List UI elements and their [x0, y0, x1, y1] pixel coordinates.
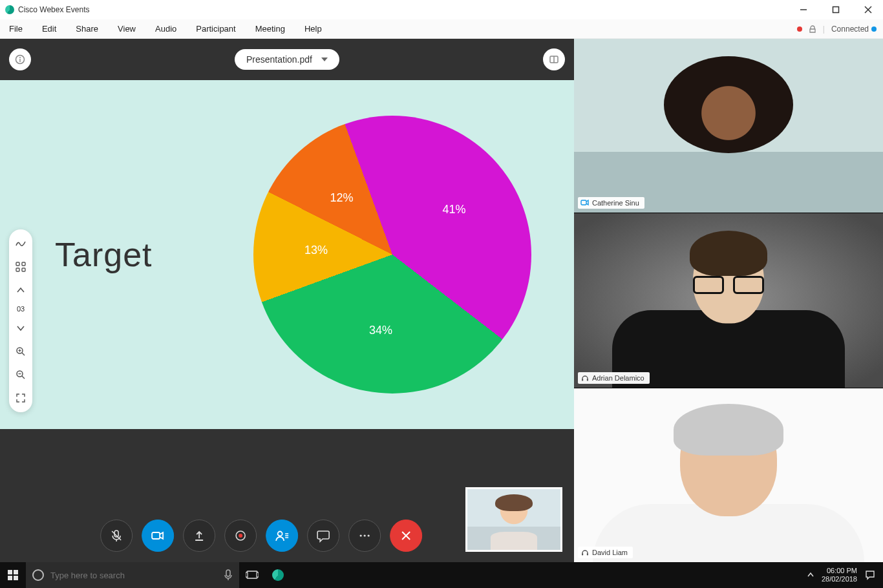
- start-button[interactable]: [0, 562, 26, 588]
- svg-rect-47: [247, 571, 257, 578]
- taskbar-app-webex[interactable]: [265, 562, 291, 588]
- taskbar-date: 28/02/2018: [822, 575, 857, 583]
- participants-button[interactable]: [266, 520, 298, 552]
- svg-rect-36: [581, 200, 586, 205]
- menubar: File Edit Share View Audio Participant M…: [0, 19, 883, 39]
- headset-icon: [580, 548, 590, 557]
- microphone-muted-icon: [109, 529, 123, 543]
- thumbnails-button[interactable]: [13, 259, 28, 275]
- microphone-icon[interactable]: [224, 569, 233, 581]
- next-page-button[interactable]: [13, 320, 28, 336]
- svg-rect-12: [22, 268, 25, 271]
- end-call-button[interactable]: [390, 520, 422, 552]
- self-view-thumbnail[interactable]: [465, 487, 562, 552]
- svg-rect-44: [14, 576, 18, 580]
- menu-participant[interactable]: Participant: [193, 22, 238, 36]
- svg-point-31: [360, 534, 362, 536]
- svg-rect-23: [152, 532, 160, 539]
- svg-rect-49: [257, 572, 259, 577]
- pie-slice-label: 13%: [304, 243, 328, 257]
- video-button[interactable]: [142, 520, 174, 552]
- svg-line-14: [22, 353, 25, 355]
- zoom-out-button[interactable]: [13, 367, 28, 383]
- svg-rect-9: [16, 262, 19, 266]
- participant-tile[interactable]: David Liam: [574, 388, 883, 562]
- participant-name: David Liam: [592, 549, 628, 556]
- svg-rect-40: [587, 553, 588, 556]
- task-view-icon: [246, 570, 259, 580]
- annotate-pen-button[interactable]: [13, 236, 28, 251]
- document-name: Presentation.pdf: [246, 54, 312, 65]
- menu-meeting[interactable]: Meeting: [253, 22, 288, 36]
- grid-icon: [16, 262, 26, 272]
- participant-tile[interactable]: Adrian Delamico: [574, 213, 883, 388]
- tray-chevron-up-icon[interactable]: [807, 572, 814, 578]
- svg-rect-37: [582, 379, 583, 381]
- expand-icon: [16, 394, 25, 403]
- slide-title: Target: [55, 235, 153, 274]
- task-view-button[interactable]: [239, 562, 265, 588]
- taskbar-search[interactable]: [26, 562, 239, 588]
- svg-rect-39: [582, 553, 583, 556]
- zoom-in-icon: [16, 346, 26, 357]
- chat-button[interactable]: [307, 520, 339, 552]
- webex-app-icon: [272, 569, 284, 581]
- participant-name: Catherine Sinu: [592, 199, 639, 207]
- svg-point-32: [364, 534, 366, 536]
- cortana-icon: [32, 569, 44, 581]
- prev-page-button[interactable]: [13, 282, 28, 298]
- window-minimize-button[interactable]: [794, 0, 813, 19]
- squiggle-icon: [15, 238, 27, 249]
- page-number: 03: [17, 306, 25, 313]
- taskbar-search-input[interactable]: [50, 571, 217, 580]
- recording-indicator-icon: [797, 26, 802, 32]
- svg-point-27: [278, 532, 282, 536]
- taskbar-clock[interactable]: 06:00 PM 28/02/2018: [822, 567, 857, 583]
- svg-rect-48: [246, 572, 248, 577]
- svg-rect-41: [8, 570, 12, 574]
- pie-slice-label: 34%: [369, 323, 392, 337]
- camera-icon: [150, 529, 165, 543]
- menu-edit[interactable]: Edit: [39, 22, 59, 36]
- connection-status-label: Connected: [831, 25, 869, 34]
- self-avatar: [467, 489, 560, 550]
- chevron-up-icon: [17, 288, 25, 293]
- menu-help[interactable]: Help: [302, 22, 324, 36]
- window-title: Cisco Webex Events: [18, 5, 90, 14]
- participant-name-badge: Adrian Delamico: [578, 372, 650, 384]
- menu-audio[interactable]: Audio: [153, 22, 179, 36]
- participants-panel: Catherine Sinu Adrian Delamico David Lia…: [574, 39, 883, 562]
- zoom-in-button[interactable]: [13, 344, 28, 359]
- action-center-icon[interactable]: [865, 570, 875, 580]
- layout-button[interactable]: [543, 48, 565, 70]
- menu-file[interactable]: File: [6, 22, 25, 36]
- mute-button[interactable]: [100, 520, 133, 552]
- document-selector[interactable]: Presentation.pdf: [235, 49, 339, 70]
- pie-chart: 41%34%13%12%: [253, 116, 531, 394]
- fullscreen-button[interactable]: [13, 390, 28, 406]
- share-button[interactable]: [183, 520, 215, 552]
- more-icon: [358, 529, 371, 542]
- participant-tile[interactable]: Catherine Sinu: [574, 39, 883, 213]
- participant-name: Adrian Delamico: [592, 374, 644, 382]
- lock-icon: [809, 25, 816, 33]
- more-options-button[interactable]: [348, 520, 381, 552]
- headset-icon: [580, 373, 590, 383]
- window-close-button[interactable]: [858, 0, 878, 19]
- menu-share[interactable]: Share: [73, 22, 101, 36]
- close-icon: [400, 530, 412, 541]
- info-button[interactable]: [9, 48, 31, 70]
- windows-icon: [8, 570, 18, 580]
- menu-view[interactable]: View: [115, 22, 138, 36]
- svg-line-18: [22, 376, 25, 379]
- connection-status: Connected: [831, 25, 877, 34]
- svg-rect-38: [587, 379, 588, 381]
- window-maximize-button[interactable]: [826, 0, 846, 19]
- chevron-down-icon: [321, 58, 328, 61]
- svg-line-22: [112, 531, 121, 540]
- layout-icon: [549, 54, 559, 65]
- info-icon: [15, 54, 25, 65]
- record-button[interactable]: [224, 520, 257, 552]
- svg-rect-10: [22, 262, 25, 266]
- svg-rect-11: [16, 268, 19, 271]
